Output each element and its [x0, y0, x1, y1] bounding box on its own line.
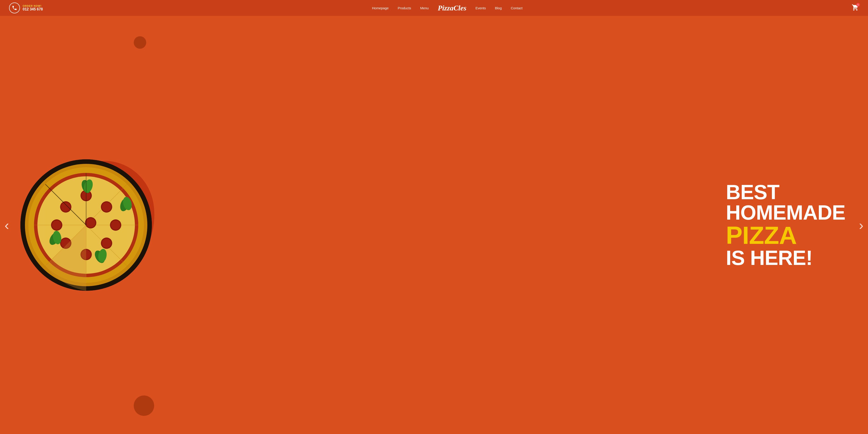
- pizza-image-container: [21, 159, 152, 217]
- svg-point-14: [61, 203, 70, 212]
- decorative-dot-top: [134, 36, 146, 49]
- main-nav: Homepage Products Menu PizzaCles Events …: [372, 4, 434, 12]
- order-now-label: ORDER NOW!: [23, 4, 43, 7]
- nav-homepage[interactable]: Homepage: [372, 6, 389, 10]
- phone-icon: [9, 2, 20, 13]
- nav-products[interactable]: Products: [398, 6, 411, 10]
- site-header: ORDER NOW! 012 345 678 Homepage Products…: [0, 0, 434, 16]
- phone-number: 012 345 678: [23, 7, 43, 11]
- header-left: ORDER NOW! 012 345 678: [9, 2, 43, 13]
- hero-section: BEST HOMEMADE PIZZA IS HERE! ‹ ›: [0, 16, 434, 217]
- svg-point-12: [102, 203, 111, 212]
- pizza-illustration: [21, 159, 152, 217]
- nav-menu[interactable]: Menu: [420, 6, 429, 10]
- phone-info: ORDER NOW! 012 345 678: [23, 4, 43, 11]
